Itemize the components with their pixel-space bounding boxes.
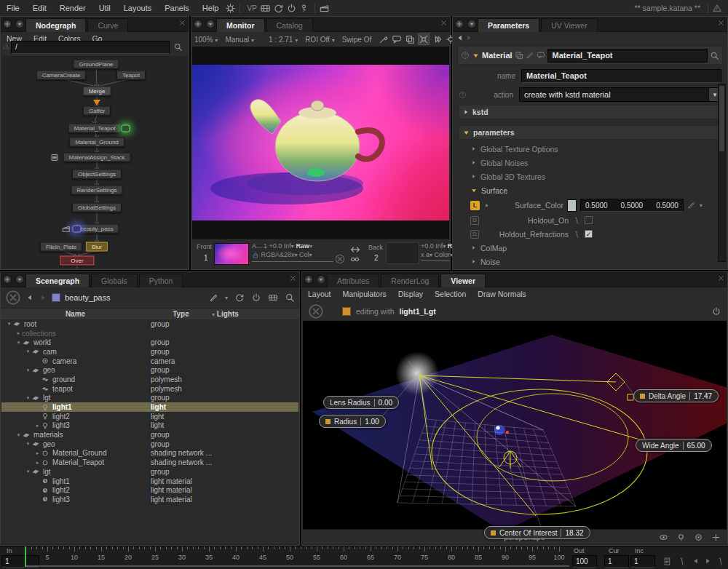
- scenegraph-row-light3[interactable]: ▸light3light: [1, 421, 298, 431]
- front-colorspace[interactable]: Col: [299, 251, 309, 258]
- search-icon[interactable]: [710, 51, 719, 60]
- roi-select[interactable]: ROI Off ▾: [305, 36, 335, 44]
- expander-icon[interactable]: ▸: [15, 330, 22, 336]
- viewer-menu-manipulators[interactable]: Manipulators: [337, 290, 392, 298]
- close-icon[interactable]: [440, 19, 448, 27]
- tab-catalog[interactable]: Catalog: [266, 18, 313, 32]
- node-materialassign_stack[interactable]: MaterialAssign_Stack: [63, 153, 131, 162]
- scrollbar-thumb[interactable]: [719, 86, 724, 151]
- add-pane-button[interactable]: [454, 19, 464, 29]
- scenegraph-row-lgt[interactable]: ▾lgtgroup: [1, 394, 298, 403]
- color-swatch[interactable]: [567, 199, 577, 212]
- node-cameracreate[interactable]: CameraCreate: [36, 71, 86, 80]
- power-icon[interactable]: [286, 3, 297, 14]
- forward-icon[interactable]: [464, 33, 473, 42]
- light-icon[interactable]: [676, 533, 686, 542]
- back-channels[interactable]: x a: [421, 251, 430, 258]
- out-field[interactable]: 100: [572, 555, 597, 568]
- pane-menu-button[interactable]: [467, 19, 477, 29]
- tab-attributes[interactable]: Attributes: [327, 274, 379, 287]
- monitor-canvas[interactable]: [192, 47, 449, 239]
- front-exposure[interactable]: 1 +0.0: [264, 242, 282, 250]
- working-set-swatch[interactable]: [52, 293, 60, 302]
- search-icon[interactable]: [173, 42, 183, 52]
- expander-icon[interactable]: [462, 108, 470, 116]
- column-type[interactable]: Type: [150, 310, 212, 318]
- add-pane-button[interactable]: [2, 274, 12, 284]
- expander-icon[interactable]: ▸: [34, 423, 41, 429]
- playhead[interactable]: [25, 546, 26, 567]
- timeline-scroll-track[interactable]: [26, 565, 569, 567]
- menu-help[interactable]: Help: [196, 4, 226, 12]
- scenegraph-row-material_ground[interactable]: ▸Material_Groundshading network ...: [1, 449, 298, 458]
- expander-icon[interactable]: [483, 202, 490, 209]
- lock-icon[interactable]: [252, 252, 259, 259]
- close-icon[interactable]: [289, 274, 297, 282]
- chevron-down-icon[interactable]: ▾: [225, 295, 228, 301]
- scenegraph-row-camera[interactable]: cameracamera: [1, 357, 298, 366]
- scenegraph-row-light2[interactable]: light2light material: [1, 485, 298, 495]
- scenegraph-row-root[interactable]: ▾rootgroup: [1, 319, 298, 329]
- search-icon[interactable]: [285, 293, 295, 303]
- comment-icon[interactable]: [537, 51, 545, 60]
- noise-group[interactable]: Noise: [470, 255, 721, 268]
- vp-toggle[interactable]: VP: [244, 4, 259, 12]
- set-key-icon[interactable]: [677, 557, 687, 566]
- light-color-swatch[interactable]: [342, 307, 351, 316]
- viewer-menu-display[interactable]: Display: [392, 290, 429, 298]
- keyframe-icon[interactable]: [572, 230, 581, 239]
- visibility-icon[interactable]: [659, 533, 668, 542]
- scenegraph-row-geo[interactable]: ▾geogroup: [1, 365, 298, 375]
- viewer-menu-layout[interactable]: Layout: [302, 290, 337, 298]
- scenegraph-row-light2[interactable]: light2light: [1, 412, 298, 421]
- tab-viewer[interactable]: Viewer: [440, 274, 486, 287]
- color-values[interactable]: 0.5000 0.5000 0.5000: [580, 199, 684, 212]
- front-slider[interactable]: [252, 261, 333, 262]
- refresh-icon[interactable]: [273, 3, 284, 14]
- front-view[interactable]: Raw: [296, 242, 309, 250]
- manipulator-pill-center-of-interest[interactable]: Center Of Interest18.32: [484, 526, 590, 539]
- node-blur[interactable]: Blur: [86, 242, 108, 252]
- manipulator-pill-wide-angle[interactable]: Wide Angle65.00: [636, 439, 712, 452]
- scenegraph-row-lgt[interactable]: ▾lgtgroup: [1, 467, 298, 477]
- scenegraph-row-world[interactable]: ▾worldgroup: [1, 338, 298, 347]
- scenegraph-row-light1[interactable]: light1light material: [1, 477, 298, 486]
- flipbook-icon[interactable]: [662, 557, 672, 566]
- tab-scenegraph[interactable]: Scenegraph: [25, 274, 90, 287]
- cur-field[interactable]: 1: [604, 555, 629, 568]
- clapper-icon[interactable]: [319, 3, 330, 14]
- power-icon[interactable]: [711, 306, 721, 317]
- close-icon[interactable]: [717, 274, 725, 282]
- zoom-select[interactable]: 100% ▾: [194, 36, 218, 44]
- scenegraph-row-ground[interactable]: groundpolymesh: [1, 375, 298, 384]
- prev-key-icon[interactable]: [692, 557, 700, 565]
- node-gaffer[interactable]: Gaffer: [83, 106, 111, 116]
- holdout-refractions-checkbox[interactable]: [585, 230, 593, 238]
- back-colorspace[interactable]: Color: [435, 251, 451, 258]
- refresh-icon[interactable]: [234, 293, 245, 303]
- film-icon[interactable]: [268, 293, 278, 303]
- node-objectsettings[interactable]: ObjectSettings: [72, 170, 122, 179]
- scenegraph-row-geo[interactable]: ▾geogroup: [1, 439, 298, 449]
- node-search-input[interactable]: /: [11, 41, 170, 54]
- expander-icon[interactable]: ▾: [15, 432, 22, 438]
- global-3d-textures-group[interactable]: Global 3D Textures: [470, 170, 721, 183]
- node-teapot[interactable]: Teapot: [116, 71, 146, 80]
- swipe-select[interactable]: Swipe Of: [342, 36, 372, 44]
- close-icon[interactable]: [717, 19, 725, 27]
- manipulator-pill-delta-angle[interactable]: Delta Angle17.47: [633, 389, 719, 402]
- node-groundplane[interactable]: GroundPlane: [73, 60, 119, 69]
- menu-util[interactable]: Util: [92, 4, 117, 12]
- scenegraph-row-light3[interactable]: light3light material: [1, 495, 298, 504]
- scrollbar[interactable]: [718, 84, 726, 262]
- menu-panels[interactable]: Panels: [158, 4, 196, 12]
- column-name[interactable]: Name: [1, 310, 150, 318]
- menu-render[interactable]: Render: [53, 4, 92, 12]
- back-thumbnail[interactable]: [386, 242, 419, 264]
- back-slider[interactable]: [421, 260, 450, 261]
- action-select[interactable]: create with kstd material ▼: [519, 87, 721, 102]
- chevron-down-icon[interactable]: ▾: [700, 202, 703, 209]
- edit-icon[interactable]: [209, 293, 218, 303]
- default-badge[interactable]: D: [470, 216, 479, 225]
- next-key-icon[interactable]: [703, 557, 712, 565]
